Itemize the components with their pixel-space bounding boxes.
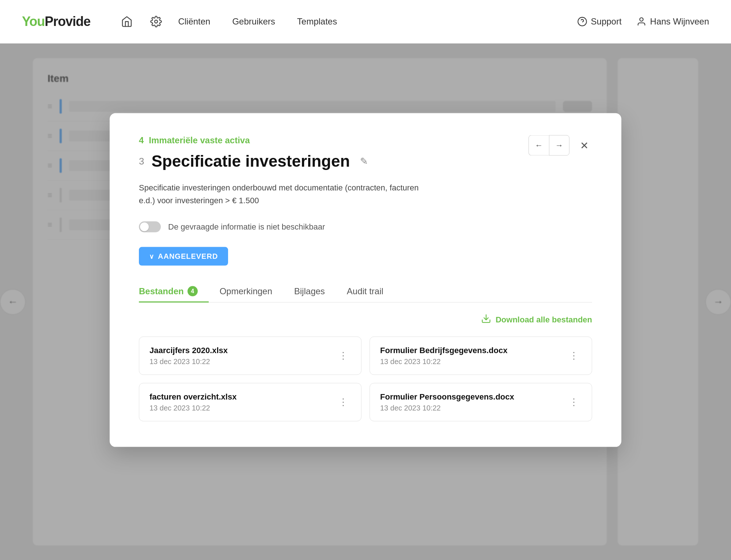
download-all-button[interactable]: Download alle bestanden [481,313,592,326]
file-card: Jaarcijfers 2020.xlsx 13 dec 2023 10:22 … [139,336,361,375]
download-all-label: Download alle bestanden [496,315,592,325]
file-info: Formulier Bedrijfsgegevens.docx 13 dec 2… [380,345,507,366]
status-btn-arrow: ∨ [149,252,154,260]
category-title: Immateriële vaste activa [149,135,250,145]
file-menu-button[interactable]: ⋮ [336,393,351,410]
support-link[interactable]: Support [577,16,622,27]
modal-actions: ← → ✕ [529,135,592,156]
status-button[interactable]: ∨ AANGELEVERD [139,247,228,266]
file-date: 13 dec 2023 10:22 [380,404,514,412]
file-name: facturen overzicht.xlsx [149,392,236,401]
username-label: Hans Wijnveen [650,16,709,27]
modal-next-button[interactable]: → [549,135,569,156]
file-menu-button[interactable]: ⋮ [336,347,351,364]
modal-header-left: 4 Immateriële vaste activa 3 Specificati… [139,135,368,170]
support-icon [577,16,587,27]
user-menu[interactable]: Hans Wijnveen [636,16,709,27]
file-info: Formulier Persoonsgegevens.docx 13 dec 2… [380,392,514,412]
logo-pro: Pro [45,14,65,29]
file-date: 13 dec 2023 10:22 [149,404,236,412]
tab-bijlages[interactable]: Bijlages [294,280,336,303]
modal-header: 4 Immateriële vaste activa 3 Specificati… [139,135,592,170]
nav-templates[interactable]: Templates [297,16,337,27]
file-menu-button[interactable]: ⋮ [566,347,582,364]
toggle-row: De gevraagde informatie is niet beschikb… [139,222,592,232]
modal: 4 Immateriële vaste activa 3 Specificati… [110,113,621,447]
tab-bestanden[interactable]: Bestanden 4 [139,280,209,303]
file-card: Formulier Persoonsgegevens.docx 13 dec 2… [370,383,592,421]
modal-title-row: 3 Specificatie investeringen ✎ [139,152,368,170]
file-name: Formulier Bedrijfsgegevens.docx [380,345,507,355]
file-name: Formulier Persoonsgegevens.docx [380,392,514,401]
tab-opmerkingen[interactable]: Opmerkingen [220,280,283,303]
tab-audit-label: Audit trail [347,286,383,296]
nav-clients[interactable]: Cliënten [178,16,210,27]
file-date: 13 dec 2023 10:22 [380,357,507,366]
file-date: 13 dec 2023 10:22 [149,357,228,366]
toggle-label: De gevraagde informatie is niet beschikb… [168,222,325,232]
item-number: 3 [139,155,144,167]
file-info: Jaarcijfers 2020.xlsx 13 dec 2023 10:22 [149,345,228,366]
tabs: Bestanden 4 Opmerkingen Bijlages Audit t… [139,280,592,303]
edit-icon[interactable]: ✎ [360,155,368,167]
logo[interactable]: YouProvide [22,14,90,29]
modal-description: Specificatie investeringen onderbouwd me… [139,181,424,207]
nav-icon-group [120,14,163,29]
svg-point-0 [155,20,158,23]
svg-point-1 [578,17,586,26]
category-number: 4 [139,135,144,145]
toggle-knob [140,223,149,231]
user-icon [636,16,647,27]
tab-opmerkingen-label: Opmerkingen [220,286,272,296]
tab-bijlages-label: Bijlages [294,286,325,296]
navbar: YouProvide Cliënten Gebruikers Templates [0,0,731,43]
tab-audit[interactable]: Audit trail [347,280,394,303]
file-info: facturen overzicht.xlsx 13 dec 2023 10:2… [149,392,236,412]
modal-category: 4 Immateriële vaste activa [139,135,368,145]
svg-point-3 [640,18,643,21]
file-card: Formulier Bedrijfsgegevens.docx 13 dec 2… [370,336,592,375]
download-icon [481,313,491,326]
modal-prev-button[interactable]: ← [529,135,549,156]
file-name: Jaarcijfers 2020.xlsx [149,345,228,355]
logo-vide: vide [65,14,90,29]
tab-bestanden-label: Bestanden [139,286,184,296]
status-btn-label: AANGELEVERD [158,252,218,261]
nav-links: Cliënten Gebruikers Templates [178,16,337,27]
file-card: facturen overzicht.xlsx 13 dec 2023 10:2… [139,383,361,421]
info-toggle[interactable] [139,222,161,232]
settings-icon[interactable] [149,14,163,29]
files-grid: Jaarcijfers 2020.xlsx 13 dec 2023 10:22 … [139,336,592,421]
file-menu-button[interactable]: ⋮ [566,393,582,410]
modal-nav-buttons: ← → [529,135,569,156]
home-icon[interactable] [120,14,134,29]
files-header: Download alle bestanden [139,313,592,326]
support-label: Support [591,16,622,27]
modal-close-button[interactable]: ✕ [576,137,592,154]
logo-you: You [22,14,45,29]
modal-title: Specificatie investeringen [151,152,350,170]
nav-right: Support Hans Wijnveen [577,16,709,27]
nav-users[interactable]: Gebruikers [232,16,275,27]
tab-bestanden-badge: 4 [188,286,198,296]
